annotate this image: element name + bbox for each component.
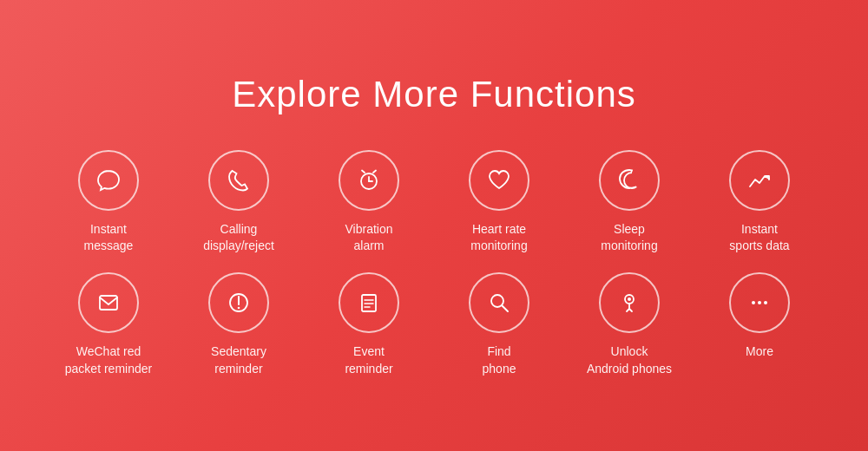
function-unlock-android: UnlockAndroid phones [577,272,681,377]
sedentary-label: Sedentaryreminder [211,343,266,377]
page-title: Explore More Functions [232,74,636,115]
functions-grid: Instantmessage Callingdisplay/reject [56,150,812,377]
functions-row-2: WeChat redpacket reminder Sedentaryremin… [56,272,812,377]
function-wechat: WeChat redpacket reminder [56,272,161,377]
find-phone-label: Findphone [483,343,516,377]
svg-point-19 [628,297,631,301]
calling-display-icon [208,150,269,211]
more-icon [729,272,790,333]
functions-row-1: Instantmessage Callingdisplay/reject [56,150,812,255]
instant-sports-label: Instantsports data [729,221,789,255]
sleep-monitoring-label: Sleepmonitoring [601,221,657,255]
vibration-alarm-icon [339,150,399,211]
function-instant-message: Instantmessage [56,150,161,255]
wechat-icon [78,272,139,333]
function-calling-display: Callingdisplay/reject [187,150,291,255]
function-instant-sports: Instantsports data [707,150,812,255]
more-label: More [746,343,773,361]
sedentary-icon [208,272,269,333]
instant-message-label: Instantmessage [84,221,134,255]
event-reminder-icon [339,272,399,333]
calling-display-label: Callingdisplay/reject [203,221,274,255]
unlock-android-icon [599,272,660,333]
instant-sports-icon [729,150,790,211]
vibration-alarm-label: Vibrationalarm [345,221,392,255]
svg-point-8 [238,307,240,310]
svg-line-3 [362,170,365,173]
svg-point-21 [758,301,761,304]
svg-line-18 [627,309,629,311]
svg-point-22 [764,301,767,304]
function-sleep-monitoring: Sleepmonitoring [577,150,681,255]
event-reminder-label: Eventreminder [345,343,392,377]
unlock-android-label: UnlockAndroid phones [587,343,672,377]
sleep-monitoring-icon [599,150,660,211]
heart-rate-icon [469,150,529,211]
heart-rate-label: Heart ratemonitoring [470,221,527,255]
svg-rect-5 [100,296,117,310]
wechat-label: WeChat redpacket reminder [65,343,152,377]
svg-point-20 [752,301,755,304]
function-event-reminder: Eventreminder [317,272,421,377]
svg-line-14 [503,306,509,312]
function-heart-rate: Heart ratemonitoring [447,150,551,255]
function-find-phone: Findphone [447,272,551,377]
find-phone-icon [469,272,529,333]
svg-line-4 [373,170,376,173]
function-sedentary: Sedentaryreminder [187,272,291,377]
instant-message-icon [78,150,139,211]
function-more: More [707,272,812,377]
function-vibration-alarm: Vibrationalarm [317,150,421,255]
